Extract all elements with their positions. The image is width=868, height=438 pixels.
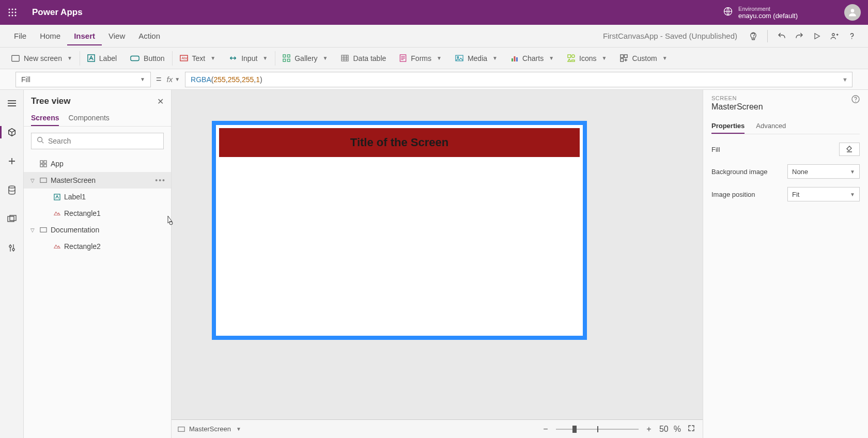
screen-canvas[interactable]: Title of the Screen — [219, 128, 580, 333]
insert-text[interactable]: Abc Text▼ — [174, 54, 222, 62]
insert-forms[interactable]: Forms▼ — [393, 54, 448, 62]
svg-rect-44 — [44, 164, 47, 167]
tab-screens[interactable]: Screens — [31, 111, 59, 126]
chevron-down-icon: ▼ — [236, 426, 241, 432]
top-bar: Power Apps Environment enayu.com (defaul… — [0, 0, 868, 25]
insert-label[interactable]: Label — [81, 54, 123, 62]
redo-button[interactable] — [791, 32, 808, 41]
panel-help-icon[interactable] — [851, 95, 860, 105]
insert-media[interactable]: Media▼ — [449, 54, 504, 62]
svg-point-31 — [572, 55, 575, 58]
svg-point-1 — [12, 9, 13, 10]
rail-data-icon[interactable] — [5, 183, 19, 197]
screen-selection[interactable]: Title of the Screen — [212, 121, 587, 340]
prop-bg-image-label: Background image — [711, 168, 767, 176]
insert-charts[interactable]: Charts▼ — [505, 54, 560, 62]
more-icon[interactable]: ••• — [155, 176, 166, 184]
menu-home[interactable]: Home — [33, 26, 67, 45]
chevron-down-icon: ▼ — [850, 169, 855, 175]
tree-node-label: Label1 — [64, 193, 86, 201]
insert-input[interactable]: Input▼ — [223, 54, 274, 62]
tree-node-documentation[interactable]: ▽ Documentation — [24, 222, 171, 238]
insert-gallery-label: Gallery — [295, 54, 317, 62]
menu-action[interactable]: Action — [132, 26, 167, 45]
tree-view-panel: Tree view ✕ Screens Components App ▽ Mas… — [24, 90, 172, 438]
tree-node-app[interactable]: App — [24, 155, 171, 172]
svg-point-3 — [9, 12, 10, 13]
rectangle-icon — [53, 210, 61, 216]
insert-label-label: Label — [99, 54, 117, 62]
help-button[interactable] — [843, 32, 861, 41]
svg-rect-33 — [625, 55, 628, 58]
tree-node-label: MasterScreen — [51, 176, 96, 184]
rail-tools-icon[interactable] — [5, 241, 19, 255]
app-icon — [39, 160, 48, 167]
svg-rect-21 — [283, 59, 286, 61]
expand-icon[interactable]: ▽ — [29, 178, 36, 183]
svg-point-35 — [9, 186, 15, 188]
insert-icons[interactable]: Icons▼ — [561, 54, 613, 62]
chevron-down-icon: ▼ — [210, 55, 215, 61]
fit-to-window-button[interactable] — [686, 425, 696, 434]
tree-node-rectangle2[interactable]: Rectangle2 — [24, 238, 171, 255]
app-title: Power Apps — [32, 7, 83, 18]
formula-input[interactable]: RGBA(255, 255, 255, 1) ▼ — [185, 72, 853, 87]
avatar[interactable] — [844, 4, 861, 21]
app-checker-icon[interactable] — [745, 32, 762, 41]
menu-file[interactable]: File — [7, 26, 33, 45]
prop-image-position-label: Image position — [711, 191, 755, 198]
tree-node-label1[interactable]: Label1 — [24, 189, 171, 205]
tree-node-masterscreen[interactable]: ▽ MasterScreen ••• — [24, 172, 171, 189]
rail-media-icon[interactable] — [5, 212, 19, 226]
insert-gallery[interactable]: Gallery▼ — [276, 54, 334, 62]
tab-components[interactable]: Components — [68, 111, 109, 126]
share-button[interactable] — [826, 32, 843, 41]
chevron-down-icon: ▼ — [662, 55, 668, 61]
tab-advanced[interactable]: Advanced — [756, 119, 786, 134]
zoom-out-button[interactable]: − — [540, 425, 551, 434]
zoom-slider[interactable] — [556, 429, 639, 430]
environment-picker[interactable]: Environment enayu.com (default) — [723, 5, 798, 20]
chevron-down-icon: ▼ — [549, 55, 554, 61]
tree-search-input[interactable] — [48, 137, 158, 145]
chevron-down-icon: ▼ — [850, 192, 855, 197]
svg-point-2 — [15, 9, 17, 10]
document-title: FirstCanvasApp - Saved (Unpublished) — [603, 32, 737, 40]
tab-properties[interactable]: Properties — [711, 119, 745, 134]
property-selector[interactable]: Fill ▼ — [16, 72, 151, 87]
svg-point-7 — [12, 15, 13, 17]
chevron-down-icon: ▼ — [67, 55, 72, 61]
fx-button[interactable]: fx▼ — [167, 75, 180, 84]
tree-node-rectangle1[interactable]: Rectangle1 — [24, 205, 171, 222]
prop-image-position-select[interactable]: Fit ▼ — [787, 187, 860, 201]
insert-button[interactable]: Button — [124, 54, 171, 62]
expand-formula-icon[interactable]: ▼ — [842, 76, 848, 83]
insert-custom[interactable]: Custom▼ — [614, 54, 673, 62]
formula-bar: Fill ▼ = fx▼ RGBA(255, 255, 255, 1) ▼ — [0, 69, 868, 90]
expand-icon[interactable]: ▽ — [29, 227, 36, 233]
play-button[interactable] — [808, 32, 826, 40]
prop-fill-swatch[interactable] — [839, 143, 860, 156]
canvas-area[interactable]: Title of the Screen MasterScreen ▼ − + 5… — [172, 90, 703, 438]
svg-text:Abc: Abc — [181, 56, 188, 60]
rail-hamburger-icon[interactable] — [5, 96, 19, 111]
left-rail — [0, 90, 24, 438]
main-area: Tree view ✕ Screens Components App ▽ Mas… — [0, 90, 868, 438]
menu-view[interactable]: View — [102, 26, 132, 45]
title-label[interactable]: Title of the Screen — [219, 128, 580, 157]
zoom-in-button[interactable]: + — [644, 425, 654, 434]
zoom-unit: % — [674, 425, 681, 434]
tree-search[interactable] — [31, 133, 164, 149]
prop-fill-label: Fill — [711, 146, 720, 153]
app-launcher-icon[interactable] — [4, 4, 21, 21]
insert-new-screen[interactable]: New screen▼ — [5, 54, 79, 62]
svg-point-40 — [38, 137, 42, 142]
prop-bg-image-select[interactable]: None ▼ — [787, 164, 860, 179]
insert-data-table[interactable]: Data table — [335, 54, 392, 62]
tree-view-close-icon[interactable]: ✕ — [157, 97, 164, 106]
undo-button[interactable] — [773, 32, 791, 41]
menu-insert[interactable]: Insert — [67, 26, 102, 45]
breadcrumb[interactable]: MasterScreen ▼ — [178, 425, 241, 433]
rail-insert-icon[interactable] — [5, 154, 19, 168]
rail-tree-view-icon[interactable] — [5, 125, 19, 139]
